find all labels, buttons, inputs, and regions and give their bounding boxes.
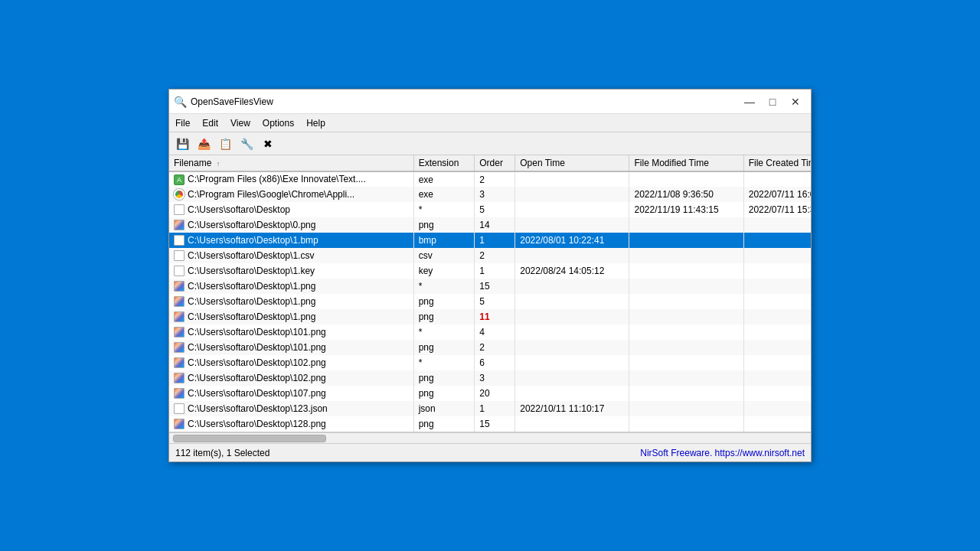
cell-order: 20 — [475, 386, 515, 401]
menu-item-view[interactable]: View — [224, 114, 256, 132]
file-icon — [174, 204, 185, 215]
col-modified[interactable]: File Modified Time — [629, 155, 743, 171]
cell-opentime — [515, 294, 629, 309]
filename-text: C:\Users\softaro\Desktop\102.png — [188, 373, 326, 383]
file-table-container[interactable]: Filename ↑ Extension Order Open Time Fil… — [169, 155, 811, 432]
cell-opentime — [515, 370, 629, 386]
cell-modified — [629, 386, 743, 401]
table-row[interactable]: C:\Program Files\Google\Chrome\Appli...e… — [169, 187, 811, 202]
table-row[interactable]: C:\Users\softaro\Desktop\1.csvcsv2 — [169, 248, 811, 263]
cell-filename: C:\Users\softaro\Desktop — [169, 202, 413, 217]
copy-button[interactable]: 📋 — [215, 135, 235, 153]
cell-order: 3 — [475, 370, 515, 386]
toolbar: 💾 📤 📋 🔧 ✖ — [169, 132, 811, 155]
title-bar-left: 🔍 OpenSaveFilesView — [174, 96, 273, 108]
cell-created — [743, 309, 811, 324]
cell-modified — [629, 171, 743, 187]
file-icon — [174, 342, 185, 353]
cell-extension: png — [413, 217, 475, 233]
cell-filename: C:\Users\softaro\Desktop\1.csv — [169, 248, 413, 263]
cell-opentime — [515, 187, 629, 202]
file-icon — [174, 250, 185, 261]
cell-filename: C:\Users\softaro\Desktop\0.png — [169, 217, 413, 233]
cell-modified — [629, 217, 743, 233]
cell-order: 15 — [475, 279, 515, 294]
cell-opentime — [515, 324, 629, 340]
menu-item-options[interactable]: Options — [256, 114, 300, 132]
cell-extension: * — [413, 279, 475, 294]
cell-filename: C:\Users\softaro\Desktop\101.png — [169, 324, 413, 340]
menu-item-file[interactable]: File — [169, 114, 196, 132]
cell-modified — [629, 263, 743, 279]
col-created[interactable]: File Created Time — [743, 155, 811, 171]
cell-created — [743, 416, 811, 432]
filename-text: C:\Users\softaro\Desktop\101.png — [188, 327, 326, 337]
table-row[interactable]: C:\Users\softaro\Desktop\102.pngpng3 — [169, 370, 811, 386]
table-row[interactable]: C:\Users\softaro\Desktop\1.keykey12022/0… — [169, 263, 811, 279]
cell-extension: png — [413, 416, 475, 432]
table-row[interactable]: C:\Users\softaro\Desktop\1.pngpng5 — [169, 294, 811, 309]
file-icon — [174, 403, 185, 414]
cell-created — [743, 401, 811, 416]
menu-item-help[interactable]: Help — [300, 114, 332, 132]
cell-modified — [629, 401, 743, 416]
table-row[interactable]: C:\Users\softaro\Desktop\123.jsonjson120… — [169, 401, 811, 416]
cell-order: 1 — [475, 263, 515, 279]
maximize-button[interactable]: □ — [762, 93, 783, 110]
delete-button[interactable]: ✖ — [258, 135, 278, 153]
cell-modified — [629, 370, 743, 386]
table-row[interactable]: C:\Users\softaro\Desktop\1.bmpbmp12022/0… — [169, 233, 811, 248]
filename-text: C:\Users\softaro\Desktop\1.key — [188, 266, 315, 276]
file-icon — [174, 311, 185, 322]
table-row[interactable]: C:\Users\softaro\Desktop\1.pngpng11 — [169, 309, 811, 324]
cell-filename: C:\Users\softaro\Desktop\128.png — [169, 416, 413, 432]
cell-order: 14 — [475, 217, 515, 233]
cell-created — [743, 340, 811, 355]
table-row[interactable]: C:\Users\softaro\Desktop\1.png*15 — [169, 279, 811, 294]
cell-filename: C:\Users\softaro\Desktop\102.png — [169, 355, 413, 370]
file-table: Filename ↑ Extension Order Open Time Fil… — [169, 155, 811, 432]
cell-opentime — [515, 416, 629, 432]
file-icon — [174, 281, 185, 292]
cell-filename: C:\Users\softaro\Desktop\101.png — [169, 340, 413, 355]
open-button[interactable]: 📤 — [194, 135, 214, 153]
filename-text: C:\Users\softaro\Desktop\107.png — [188, 388, 326, 399]
cell-extension: png — [413, 340, 475, 355]
table-row[interactable]: C:\Users\softaro\Desktop*52022/11/19 11:… — [169, 202, 811, 217]
cell-opentime — [515, 279, 629, 294]
table-row[interactable]: AC:\Program Files (x86)\Exe Innovate\Tex… — [169, 171, 811, 187]
table-row[interactable]: C:\Users\softaro\Desktop\102.png*6 — [169, 355, 811, 370]
menu-item-edit[interactable]: Edit — [196, 114, 224, 132]
filename-text: C:\Users\softaro\Desktop\1.csv — [188, 250, 314, 261]
title-bar-buttons: — □ ✕ — [739, 93, 806, 110]
cell-order: 5 — [475, 202, 515, 217]
col-opentime[interactable]: Open Time — [515, 155, 629, 171]
cell-modified: 2022/11/08 9:36:50 — [629, 187, 743, 202]
cell-order: 2 — [475, 171, 515, 187]
minimize-button[interactable]: — — [739, 93, 760, 110]
table-row[interactable]: C:\Users\softaro\Desktop\128.pngpng15 — [169, 416, 811, 432]
cell-opentime — [515, 386, 629, 401]
file-icon — [174, 189, 185, 200]
table-row[interactable]: C:\Users\softaro\Desktop\101.pngpng2 — [169, 340, 811, 355]
cell-created — [743, 171, 811, 187]
col-filename[interactable]: Filename ↑ — [169, 155, 413, 171]
cell-modified — [629, 340, 743, 355]
cell-created — [743, 355, 811, 370]
col-extension[interactable]: Extension — [413, 155, 475, 171]
cell-modified — [629, 309, 743, 324]
properties-button[interactable]: 🔧 — [237, 135, 256, 153]
cell-opentime: 2022/08/24 14:05:12 — [515, 263, 629, 279]
table-row[interactable]: C:\Users\softaro\Desktop\101.png*4 — [169, 324, 811, 340]
file-icon — [174, 419, 185, 429]
horizontal-scrollbar[interactable] — [169, 432, 811, 443]
filename-text: C:\Users\softaro\Desktop\128.png — [188, 419, 326, 429]
col-order[interactable]: Order — [475, 155, 515, 171]
cell-modified — [629, 279, 743, 294]
cell-filename: C:\Users\softaro\Desktop\1.png — [169, 294, 413, 309]
close-button[interactable]: ✕ — [785, 93, 806, 110]
save-button[interactable]: 💾 — [172, 135, 192, 153]
cell-extension: png — [413, 309, 475, 324]
table-row[interactable]: C:\Users\softaro\Desktop\0.pngpng14 — [169, 217, 811, 233]
table-row[interactable]: C:\Users\softaro\Desktop\107.pngpng20 — [169, 386, 811, 401]
